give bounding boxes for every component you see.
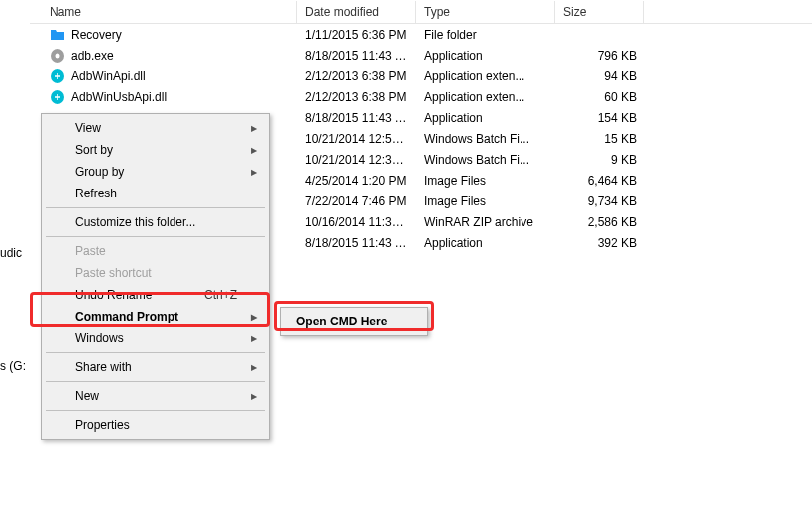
file-date-cell: 8/18/2015 11:43 AM bbox=[297, 47, 416, 64]
menu-group-by[interactable]: Group by bbox=[44, 161, 267, 183]
file-date-cell: 2/12/2013 6:38 PM bbox=[297, 88, 416, 106]
file-date-cell: 7/22/2014 7:46 PM bbox=[297, 193, 416, 210]
column-header-row: Name Date modified Type Size bbox=[30, 0, 812, 24]
menu-paste-label: Paste bbox=[75, 244, 106, 258]
file-date-cell: 10/21/2014 12:57 ... bbox=[297, 130, 416, 148]
menu-customize-folder[interactable]: Customize this folder... bbox=[44, 211, 267, 233]
file-size-cell: 392 KB bbox=[555, 234, 644, 252]
file-date-cell: 4/25/2014 1:20 PM bbox=[297, 172, 416, 190]
file-size-cell: 15 KB bbox=[555, 130, 644, 148]
menu-sort-by-label: Sort by bbox=[75, 143, 113, 157]
menu-separator bbox=[46, 207, 265, 208]
file-name-cell: Recovery bbox=[30, 25, 297, 45]
menu-view[interactable]: View bbox=[44, 117, 267, 139]
submenu-command-prompt: Open CMD Here bbox=[280, 307, 428, 336]
column-header-name[interactable]: Name bbox=[30, 1, 297, 23]
menu-separator bbox=[46, 352, 265, 353]
file-size-cell: 2,586 KB bbox=[555, 213, 644, 231]
menu-share-with[interactable]: Share with bbox=[44, 356, 267, 378]
file-type-cell: Application bbox=[416, 234, 555, 252]
file-type-cell: Application exten... bbox=[416, 67, 555, 85]
file-size-cell: 796 KB bbox=[555, 47, 644, 64]
file-date-cell: 10/21/2014 12:31 ... bbox=[297, 151, 416, 169]
gear-icon bbox=[50, 48, 65, 64]
file-type-cell: WinRAR ZIP archive bbox=[416, 213, 555, 231]
menu-paste-shortcut: Paste shortcut bbox=[44, 262, 267, 284]
submenu-open-cmd-label: Open CMD Here bbox=[296, 315, 387, 328]
column-header-date[interactable]: Date modified bbox=[297, 1, 416, 23]
file-type-cell: Windows Batch Fi... bbox=[416, 151, 555, 169]
menu-refresh[interactable]: Refresh bbox=[44, 183, 267, 204]
file-name-label: Recovery bbox=[71, 28, 122, 42]
file-date-cell: 8/18/2015 11:43 AM bbox=[297, 234, 416, 252]
file-size-cell bbox=[555, 33, 644, 37]
menu-refresh-label: Refresh bbox=[75, 187, 117, 200]
file-size-cell: 94 KB bbox=[555, 67, 644, 85]
file-size-cell: 9 KB bbox=[555, 151, 644, 169]
menu-undo-shortcut: Ctrl+Z bbox=[204, 288, 237, 302]
file-type-cell: Application bbox=[416, 47, 555, 64]
file-type-cell: Application exten... bbox=[416, 88, 555, 106]
file-name-label: AdbWinApi.dll bbox=[71, 69, 146, 83]
menu-sort-by[interactable]: Sort by bbox=[44, 139, 267, 161]
file-size-cell: 6,464 KB bbox=[555, 172, 644, 190]
file-row[interactable]: AdbWinApi.dll2/12/2013 6:38 PMApplicatio… bbox=[30, 65, 812, 86]
menu-separator bbox=[46, 381, 265, 382]
file-date-cell: 8/18/2015 11:43 AM bbox=[297, 109, 416, 127]
file-name-cell: AdbWinUsbApi.dll bbox=[30, 87, 297, 107]
menu-windows-label: Windows bbox=[75, 331, 124, 345]
menu-view-label: View bbox=[75, 121, 101, 135]
file-row[interactable]: adb.exe8/18/2015 11:43 AMApplication796 … bbox=[30, 45, 812, 65]
file-date-cell: 10/16/2014 11:33 P... bbox=[297, 213, 416, 231]
menu-windows[interactable]: Windows bbox=[44, 327, 267, 349]
menu-properties-label: Properties bbox=[75, 418, 130, 432]
file-size-cell: 154 KB bbox=[555, 109, 644, 127]
file-size-cell: 60 KB bbox=[555, 88, 644, 106]
sidebar-fragment-2: s (G: bbox=[0, 359, 26, 373]
file-type-cell: Image Files bbox=[416, 193, 555, 210]
column-header-type[interactable]: Type bbox=[416, 1, 555, 23]
file-name-cell: AdbWinApi.dll bbox=[30, 66, 297, 86]
menu-command-prompt[interactable]: Command Prompt bbox=[44, 306, 267, 327]
column-header-size[interactable]: Size bbox=[555, 1, 644, 23]
menu-paste: Paste bbox=[44, 240, 267, 262]
file-type-cell: Image Files bbox=[416, 172, 555, 190]
file-size-cell: 9,734 KB bbox=[555, 193, 644, 210]
menu-new[interactable]: New bbox=[44, 385, 267, 407]
menu-properties[interactable]: Properties bbox=[44, 414, 267, 436]
menu-undo-label: Undo Rename bbox=[75, 288, 152, 302]
menu-customize-label: Customize this folder... bbox=[75, 215, 195, 229]
file-date-cell: 2/12/2013 6:38 PM bbox=[297, 67, 416, 85]
context-menu: View Sort by Group by Refresh Customize … bbox=[41, 113, 270, 440]
file-row[interactable]: Recovery1/11/2015 6:36 PMFile folder bbox=[30, 24, 812, 45]
file-type-cell: Windows Batch Fi... bbox=[416, 130, 555, 148]
dll-icon bbox=[50, 68, 65, 84]
menu-separator bbox=[46, 410, 265, 411]
menu-paste-shortcut-label: Paste shortcut bbox=[75, 266, 152, 280]
file-name-label: AdbWinUsbApi.dll bbox=[71, 90, 167, 104]
file-row[interactable]: AdbWinUsbApi.dll2/12/2013 6:38 PMApplica… bbox=[30, 86, 812, 107]
sidebar-fragment-1: udic bbox=[0, 246, 22, 260]
menu-command-prompt-label: Command Prompt bbox=[75, 310, 178, 323]
file-type-cell: Application bbox=[416, 109, 555, 127]
file-name-cell: adb.exe bbox=[30, 46, 297, 65]
file-name-label: adb.exe bbox=[71, 49, 114, 63]
menu-group-by-label: Group by bbox=[75, 165, 124, 179]
submenu-open-cmd-here[interactable]: Open CMD Here bbox=[283, 311, 425, 332]
menu-undo-rename[interactable]: Undo RenameCtrl+Z bbox=[44, 284, 267, 306]
file-date-cell: 1/11/2015 6:36 PM bbox=[297, 26, 416, 44]
menu-separator bbox=[46, 236, 265, 237]
folder-icon bbox=[50, 27, 65, 43]
file-type-cell: File folder bbox=[416, 26, 555, 44]
menu-share-with-label: Share with bbox=[75, 360, 132, 374]
dll-icon bbox=[50, 89, 65, 105]
menu-new-label: New bbox=[75, 389, 99, 403]
